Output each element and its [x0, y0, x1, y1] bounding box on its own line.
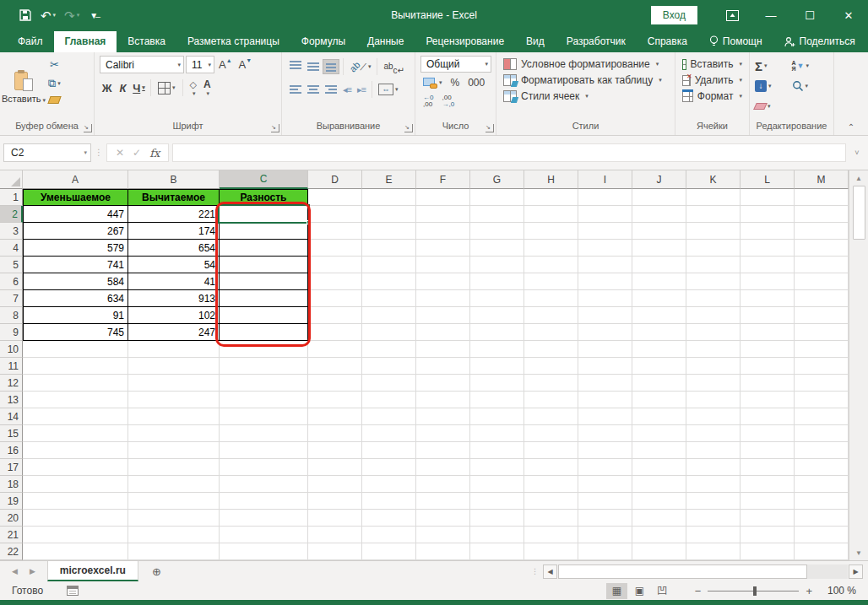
cell-E5[interactable] [362, 257, 416, 273]
col-header-M[interactable]: M [795, 170, 849, 189]
tab-formulas[interactable]: Формулы [290, 31, 356, 52]
cell-A14[interactable] [23, 408, 128, 425]
cell-E12[interactable] [362, 375, 416, 392]
save-icon[interactable] [15, 7, 35, 24]
cell-I14[interactable] [578, 408, 632, 425]
cell-F14[interactable] [416, 408, 470, 425]
fill-color-icon[interactable]: ◇ [187, 77, 199, 99]
cell-K14[interactable] [686, 408, 741, 425]
cell-G13[interactable] [470, 392, 524, 408]
cell-I16[interactable] [578, 442, 632, 459]
cell-M2[interactable] [795, 206, 849, 223]
clipboard-dialog-launcher[interactable]: ↘ [84, 124, 92, 132]
cell-L20[interactable] [741, 510, 795, 527]
cell-D10[interactable] [308, 341, 362, 358]
cell-J21[interactable] [632, 527, 686, 543]
cell-E17[interactable] [362, 459, 416, 476]
cell-D19[interactable] [308, 493, 362, 510]
cell-E22[interactable] [362, 543, 416, 560]
cell-K8[interactable] [686, 307, 741, 324]
row-header-22[interactable]: 22 [0, 543, 23, 560]
cell-H11[interactable] [524, 358, 578, 375]
cell-A6[interactable]: 584 [23, 273, 128, 290]
cell-B15[interactable] [128, 425, 220, 442]
cell-B19[interactable] [128, 493, 220, 510]
customize-qat-icon[interactable]: ▼̶ [84, 10, 103, 20]
tab-assistant[interactable]: Помощн [698, 31, 773, 52]
row-header-6[interactable]: 6 [0, 273, 23, 290]
cell-J22[interactable] [632, 543, 686, 560]
cell-L14[interactable] [741, 408, 795, 425]
cell-D13[interactable] [308, 392, 362, 408]
merge-center-icon[interactable]: ⇔ [376, 82, 401, 97]
row-header-10[interactable]: 10 [0, 341, 23, 358]
cell-E8[interactable] [362, 307, 416, 324]
row-header-11[interactable]: 11 [0, 358, 23, 375]
cell-A20[interactable] [23, 510, 128, 527]
cell-H17[interactable] [524, 459, 578, 476]
select-all-corner[interactable] [0, 170, 23, 189]
cell-H19[interactable] [524, 493, 578, 510]
cell-F17[interactable] [416, 459, 470, 476]
tab-data[interactable]: Данные [356, 31, 415, 52]
cell-M10[interactable] [795, 341, 849, 358]
row-header-19[interactable]: 19 [0, 493, 23, 510]
cell-G5[interactable] [470, 257, 524, 273]
cell-G11[interactable] [470, 358, 524, 375]
cell-C20[interactable] [220, 510, 308, 527]
cell-A12[interactable] [23, 375, 128, 392]
cell-F3[interactable] [416, 223, 470, 240]
col-header-G[interactable]: G [470, 170, 524, 189]
cell-M16[interactable] [795, 442, 849, 459]
cell-J17[interactable] [632, 459, 686, 476]
cell-A10[interactable] [23, 341, 128, 358]
cell-A1[interactable]: Уменьшаемое [23, 189, 128, 206]
cell-C4[interactable] [220, 240, 308, 257]
cell-H12[interactable] [524, 375, 578, 392]
alignment-dialog-launcher[interactable]: ↘ [404, 124, 413, 132]
cell-F12[interactable] [416, 375, 470, 392]
share-button[interactable]: Поделиться [773, 31, 866, 52]
enter-icon[interactable]: ✓ [133, 147, 141, 159]
cell-C8[interactable] [220, 307, 308, 324]
decrease-font-icon[interactable]: A▼ [236, 58, 255, 71]
clear-button[interactable] [755, 103, 792, 110]
cell-D20[interactable] [308, 510, 362, 527]
cell-E6[interactable] [362, 273, 416, 290]
cell-D5[interactable] [308, 257, 362, 273]
cell-F1[interactable] [416, 189, 470, 206]
cell-B18[interactable] [128, 476, 220, 493]
cell-H1[interactable] [524, 189, 578, 206]
cell-G3[interactable] [470, 223, 524, 240]
cell-K11[interactable] [686, 358, 741, 375]
ribbon-display-options-icon[interactable] [713, 0, 751, 30]
cell-A13[interactable] [23, 392, 128, 408]
cell-J7[interactable] [632, 290, 686, 307]
row-header-17[interactable]: 17 [0, 459, 23, 476]
cell-L21[interactable] [741, 527, 795, 543]
cell-D21[interactable] [308, 527, 362, 543]
cell-I2[interactable] [578, 206, 632, 223]
cell-J18[interactable] [632, 476, 686, 493]
cell-B9[interactable]: 247 [128, 324, 220, 341]
col-header-H[interactable]: H [524, 170, 578, 189]
cell-I13[interactable] [578, 392, 632, 408]
cell-B20[interactable] [128, 510, 220, 527]
cell-H8[interactable] [524, 307, 578, 324]
cell-B5[interactable]: 54 [128, 257, 220, 273]
cell-J2[interactable] [632, 206, 686, 223]
horizontal-scroll-thumb[interactable] [558, 564, 807, 579]
cell-D2[interactable] [308, 206, 362, 223]
sort-filter-button[interactable]: АЯ▼ [792, 60, 829, 72]
cell-E18[interactable] [362, 476, 416, 493]
close-button[interactable]: ✕ [829, 0, 868, 30]
sheet-tab-active[interactable]: microexcel.ru [47, 561, 138, 581]
cell-L3[interactable] [741, 223, 795, 240]
tab-home[interactable]: Главная [54, 31, 117, 52]
cell-I7[interactable] [578, 290, 632, 307]
row-header-5[interactable]: 5 [0, 257, 23, 273]
cell-C5[interactable] [220, 257, 308, 273]
sign-in-button[interactable]: Вход [651, 6, 697, 24]
cell-M12[interactable] [795, 375, 849, 392]
cell-B14[interactable] [128, 408, 220, 425]
